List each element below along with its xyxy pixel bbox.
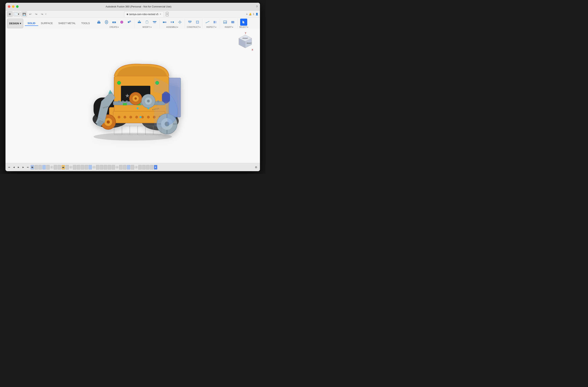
timeline-marker[interactable] xyxy=(150,165,153,170)
timeline-marker[interactable] xyxy=(138,165,142,170)
timeline-settings-button[interactable]: ⚙ xyxy=(254,165,258,170)
step-forward-button[interactable]: ▶ xyxy=(21,165,25,170)
svg-point-64 xyxy=(157,101,159,102)
timeline-marker[interactable] xyxy=(104,165,107,170)
maximize-button[interactable] xyxy=(16,5,19,8)
account-button[interactable]: 👤 xyxy=(255,13,258,16)
close-button[interactable] xyxy=(8,5,10,8)
inspect-group: ↔ INSPECT ▾ xyxy=(203,19,220,28)
timeline-marker[interactable] xyxy=(127,165,130,170)
fillet-button[interactable] xyxy=(118,19,125,26)
assemble-label: ASSEMBLE ▾ xyxy=(166,26,178,28)
timeline-marker[interactable] xyxy=(100,165,103,170)
minimize-button[interactable] xyxy=(12,5,15,8)
svg-rect-11 xyxy=(146,21,148,23)
timeline-marker[interactable] xyxy=(123,165,126,170)
tab-close-button[interactable]: ✕ xyxy=(160,13,161,16)
playback-controls: ⏮ ◀ ▶ ▶ ⏭ xyxy=(7,165,30,170)
timeline-marker[interactable] xyxy=(65,165,69,170)
tab-solid[interactable]: SOLID xyxy=(25,21,38,26)
zoom-in-button[interactable]: + xyxy=(246,13,248,16)
timeline-marker[interactable] xyxy=(73,165,76,170)
timeline-marker-active[interactable]: ▶ xyxy=(154,165,157,170)
redo-forward-button[interactable]: ↪ xyxy=(39,11,45,17)
decal-button[interactable] xyxy=(229,19,236,26)
svg-rect-36 xyxy=(231,21,234,23)
timeline-marker[interactable] xyxy=(58,165,61,170)
save-button[interactable]: 💾 xyxy=(21,11,27,17)
timeline-marker[interactable] xyxy=(46,165,50,170)
align-button[interactable] xyxy=(151,19,158,26)
timeline-marker[interactable] xyxy=(54,165,57,170)
viewport[interactable]: ★★★ xyxy=(5,29,260,163)
timeline-marker[interactable] xyxy=(77,165,80,170)
timeline-separator[interactable]: + xyxy=(69,166,72,169)
step-back-button[interactable]: ◀ xyxy=(12,165,16,170)
push-pull-button[interactable] xyxy=(136,19,143,26)
timeline-marker[interactable] xyxy=(96,165,99,170)
grid-menu-button[interactable]: ⊞ xyxy=(7,11,13,17)
notifications-button[interactable]: 🔔 xyxy=(249,13,252,16)
tab-tools[interactable]: TOOLS xyxy=(79,21,93,26)
move3d-button[interactable] xyxy=(176,19,183,26)
help-button[interactable]: ? xyxy=(256,5,258,8)
timeline-separator[interactable]: + xyxy=(50,166,53,169)
timeline-marker[interactable] xyxy=(88,165,92,170)
timeline-marker[interactable]: 📷 xyxy=(62,165,65,170)
midplane-button[interactable] xyxy=(194,19,201,26)
add-tab-button[interactable]: + xyxy=(166,12,168,16)
svg-point-5 xyxy=(113,22,115,23)
move-button[interactable] xyxy=(144,19,150,26)
timeline-marker[interactable] xyxy=(42,165,46,170)
timeline-separator[interactable]: + xyxy=(92,166,96,169)
timeline-track: 🎬 + 📷 + + + + xyxy=(31,165,253,170)
svg-point-72 xyxy=(135,116,138,118)
insert-picture-button[interactable] xyxy=(222,19,229,26)
extrude-button[interactable] xyxy=(95,19,102,26)
timeline-marker[interactable]: 🎬 xyxy=(31,165,34,170)
app-toolbar: ⊞ 📄 ▾ 💾 ↩ ↪ ↪ ▾ tamiya-cam-robo-necked v… xyxy=(5,11,260,18)
select-button[interactable] xyxy=(240,19,247,26)
tab-sheet-metal[interactable]: SHEET METAL xyxy=(56,21,79,26)
timeline-marker[interactable] xyxy=(142,165,146,170)
svg-rect-9 xyxy=(138,22,141,23)
timeline-separator[interactable]: + xyxy=(115,166,119,169)
tab-surface[interactable]: SURFACE xyxy=(38,21,56,26)
joint-button[interactable] xyxy=(161,19,168,26)
offset-plane-button[interactable] xyxy=(186,19,193,26)
svg-rect-1 xyxy=(98,21,100,22)
inspect-label: INSPECT ▾ xyxy=(206,26,216,28)
timeline-marker[interactable] xyxy=(112,165,115,170)
svg-marker-10 xyxy=(139,20,140,21)
timeline-separator[interactable]: + xyxy=(135,166,138,169)
hole-button[interactable] xyxy=(111,19,118,26)
document-tab[interactable]: tamiya-cam-robo-necked v5 ✕ xyxy=(124,12,164,17)
file-menu-button[interactable]: 📄 ▾ xyxy=(13,12,21,16)
skip-forward-button[interactable]: ⏭ xyxy=(26,165,30,170)
svg-point-6 xyxy=(120,21,123,23)
section-analysis-button[interactable] xyxy=(211,19,219,26)
timeline-marker[interactable] xyxy=(38,165,42,170)
insert-label: INSERT ▾ xyxy=(225,26,233,28)
timeline-marker[interactable] xyxy=(34,165,38,170)
svg-point-50 xyxy=(117,81,121,85)
revolve-button[interactable] xyxy=(103,19,110,26)
play-button[interactable]: ▶ xyxy=(17,165,21,170)
as-built-joint-button[interactable] xyxy=(169,19,176,26)
timeline-marker[interactable] xyxy=(81,165,84,170)
select-icons xyxy=(240,19,247,26)
sketch-button[interactable] xyxy=(126,19,133,26)
design-dropdown[interactable]: DESIGN ▾ xyxy=(7,19,23,28)
tab-right-controls: + 🔔 1 👤 xyxy=(246,13,258,16)
timeline-marker[interactable] xyxy=(84,165,88,170)
timeline-marker[interactable] xyxy=(146,165,149,170)
view-cube[interactable]: FRONT RIGHT xyxy=(236,33,254,50)
timeline-marker[interactable] xyxy=(108,165,111,170)
undo-button[interactable]: ↩ xyxy=(28,11,33,17)
timeline-marker[interactable] xyxy=(131,165,134,170)
robot-model: ★★★ xyxy=(76,33,189,147)
skip-back-button[interactable]: ⏮ xyxy=(7,165,11,170)
timeline-marker[interactable] xyxy=(119,165,123,170)
measure-button[interactable]: ↔ xyxy=(204,19,211,26)
redo-button[interactable]: ↪ xyxy=(33,11,39,17)
